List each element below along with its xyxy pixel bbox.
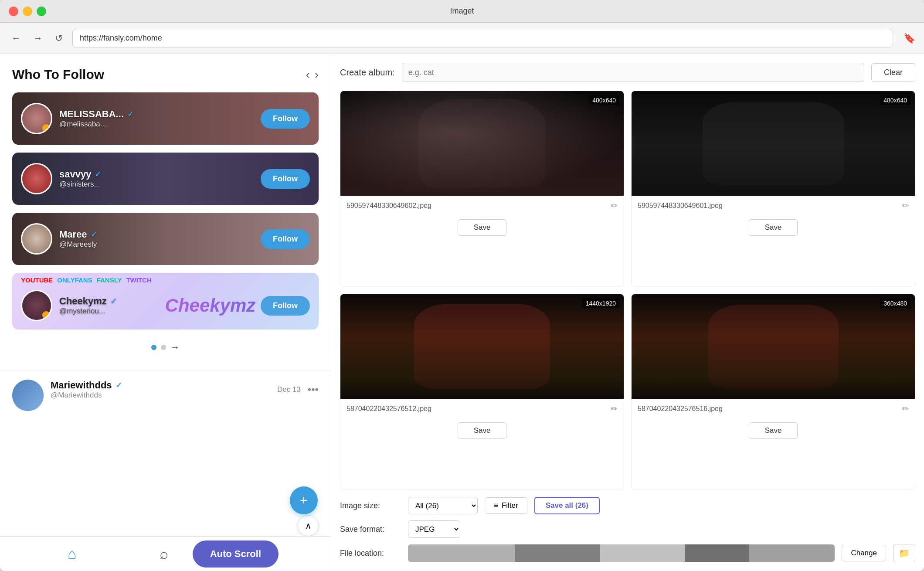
image-card-4: 360x480 587040220432576516.jpeg ✏ Save	[631, 294, 915, 490]
bottom-controls: Image size: All (26) Small Medium Large …	[340, 497, 915, 562]
verified-icon-3: ✓	[91, 230, 97, 239]
post-name: Mariewithdds ✓	[51, 380, 122, 391]
post-handle: @Mariewithdds	[51, 391, 122, 400]
filter-icon: ≡	[494, 501, 498, 510]
follow-card-content-2: savvyy ✓ @sinisters... Follow	[12, 163, 319, 194]
wtf-prev-button[interactable]: ‹	[306, 68, 310, 82]
image-meta-1: 590597448330649602.jpeg ✏	[340, 196, 624, 216]
cheekymz-logo-area: Cheekymz	[160, 295, 261, 316]
auto-scroll-button[interactable]: Auto Scroll	[193, 540, 279, 568]
post-area: Mariewithdds ✓ @Mariewithdds Dec 13 •••	[0, 370, 331, 420]
follow-button-1[interactable]: Follow	[261, 109, 310, 129]
follow-card-3: Maree ✓ @Mareesly Follow	[12, 213, 319, 265]
image-dim-badge-3: 1440x1920	[582, 299, 619, 308]
follow-avatar-3	[21, 223, 52, 255]
edit-icon-3[interactable]: ✏	[611, 404, 618, 414]
post-date-area: Dec 13 •••	[277, 384, 319, 396]
edit-icon-1[interactable]: ✏	[611, 201, 618, 211]
pagination-arrow[interactable]: →	[170, 342, 180, 353]
follow-button-3[interactable]: Follow	[261, 229, 310, 249]
post-meta: Mariewithdds ✓ @Mariewithdds Dec 13 •••	[51, 380, 319, 400]
avatar-gold-badge-4	[42, 311, 50, 319]
browser-toolbar: ← → ↺ https://fansly.com/home 🔖	[0, 23, 924, 54]
title-bar: Imaget	[0, 0, 924, 23]
maximize-button[interactable]	[37, 7, 46, 16]
close-button[interactable]	[9, 7, 18, 16]
image-meta-2: 590597448330649601.jpeg ✏	[632, 196, 915, 216]
post-verified-icon: ✓	[116, 381, 122, 390]
image-meta-3: 587040220432576512.jpeg ✏	[340, 399, 624, 419]
search-nav-icon[interactable]: ⌕	[160, 545, 168, 562]
url-bar[interactable]: https://fansly.com/home	[72, 29, 893, 48]
fab-button[interactable]: +	[290, 486, 318, 514]
wtf-next-button[interactable]: ›	[315, 68, 319, 82]
post-author: Mariewithdds ✓ @Mariewithdds	[51, 380, 122, 400]
image-card-3: 1440x1920 587040220432576512.jpeg ✏ Save	[340, 294, 624, 490]
open-folder-button[interactable]: 📁	[893, 544, 915, 562]
edit-icon-2[interactable]: ✏	[902, 201, 909, 211]
verified-icon-2: ✓	[95, 170, 101, 179]
change-location-button[interactable]: Change	[842, 545, 886, 561]
follow-card-4: YOUTUBE ONLYFANS FANSLY TWITCH Cheekymz …	[12, 273, 319, 330]
album-label: Create album:	[340, 68, 395, 78]
save-image-button-4[interactable]: Save	[749, 422, 798, 439]
post-header: Mariewithdds ✓ @Mariewithdds Dec 13 •••	[12, 380, 319, 411]
follow-handle-2: @sinisters...	[59, 180, 261, 189]
file-location-row: File location: Change 📁	[340, 544, 915, 562]
follow-handle-3: @Mareesly	[59, 240, 261, 249]
clear-button[interactable]: Clear	[871, 63, 915, 82]
follow-button-4[interactable]: Follow	[261, 296, 310, 316]
browser-panel: Who To Follow ‹ › MELISSABA...	[0, 54, 331, 571]
save-image-button-1[interactable]: Save	[458, 219, 507, 236]
save-all-button[interactable]: Save all (26)	[534, 497, 600, 514]
image-size-select[interactable]: All (26) Small Medium Large	[408, 497, 478, 514]
bottom-nav: ⌂ ⌕ ✉ Auto Scroll	[0, 536, 331, 571]
app-window: Imaget ← → ↺ https://fansly.com/home 🔖 W…	[0, 0, 924, 571]
back-button[interactable]: ←	[9, 30, 24, 47]
follow-name-3: Maree ✓	[59, 229, 261, 240]
traffic-lights	[9, 7, 46, 16]
bookmark-icon[interactable]: 🔖	[904, 33, 915, 44]
follow-name-1: MELISSABA... ✓	[59, 109, 261, 120]
album-input[interactable]	[402, 63, 864, 82]
window-title: Imaget	[450, 7, 474, 16]
save-format-select[interactable]: JPEG PNG WEBP	[408, 520, 460, 538]
image-dim-badge-4: 360x480	[880, 299, 910, 308]
content-area: Who To Follow ‹ › MELISSABA...	[0, 54, 924, 571]
image-filename-1: 590597448330649602.jpeg	[346, 202, 431, 210]
follow-avatar-2	[21, 163, 52, 194]
image-thumb-2: 480x640	[632, 91, 915, 196]
post-date: Dec 13	[277, 385, 301, 394]
follow-button-2[interactable]: Follow	[261, 169, 310, 189]
post-options-button[interactable]: •••	[308, 384, 319, 396]
collapse-button[interactable]: ∧	[298, 515, 319, 536]
dot-2[interactable]	[161, 345, 166, 350]
forward-button[interactable]: →	[31, 30, 45, 47]
location-bar-fill	[408, 544, 835, 562]
save-format-row: Save format: JPEG PNG WEBP	[340, 520, 915, 538]
image-meta-4: 587040220432576516.jpeg ✏	[632, 399, 915, 419]
follow-info-3: Maree ✓ @Mareesly	[59, 229, 261, 249]
verified-icon-4: ✓	[110, 296, 117, 306]
image-filename-2: 590597448330649601.jpeg	[638, 202, 723, 210]
image-size-row: Image size: All (26) Small Medium Large …	[340, 497, 915, 514]
post-avatar[interactable]	[12, 380, 44, 411]
folder-icon: 📁	[899, 548, 910, 558]
save-image-button-2[interactable]: Save	[749, 219, 798, 236]
follow-info-2: savvyy ✓ @sinisters...	[59, 169, 261, 189]
image-size-label: Image size:	[340, 501, 401, 510]
pagination-dots: →	[12, 337, 319, 362]
reload-button[interactable]: ↺	[52, 30, 65, 47]
follow-card-1: MELISSABA... ✓ @melissaba... Follow	[12, 92, 319, 145]
dot-1[interactable]	[151, 345, 156, 350]
save-image-button-3[interactable]: Save	[458, 422, 507, 439]
follow-info-1: MELISSABA... ✓ @melissaba...	[59, 109, 261, 129]
minimize-button[interactable]	[23, 7, 32, 16]
images-grid: 480x640 590597448330649602.jpeg ✏ Save 4…	[340, 91, 915, 490]
post-info: Mariewithdds ✓ @Mariewithdds Dec 13 •••	[51, 380, 319, 400]
image-card-1: 480x640 590597448330649602.jpeg ✏ Save	[340, 91, 624, 287]
home-nav-icon[interactable]: ⌂	[68, 545, 77, 562]
imaget-panel: Create album: Clear 480x640 590597448330…	[331, 54, 924, 571]
edit-icon-4[interactable]: ✏	[902, 404, 909, 414]
filter-button[interactable]: ≡ Filter	[485, 497, 527, 514]
